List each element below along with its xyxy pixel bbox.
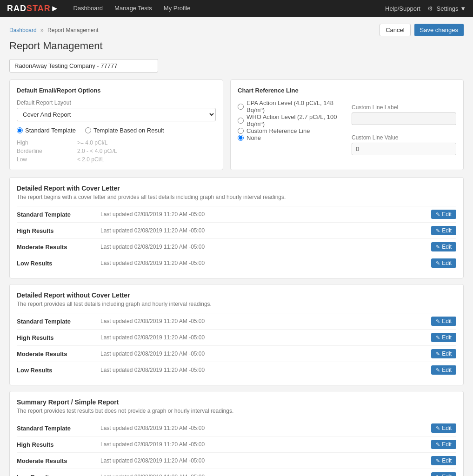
edit-icon: ✎: [436, 228, 440, 234]
epa-radio-row: EPA Action Level (4.0 pCi/L, 148 Bq/m³): [238, 99, 342, 113]
section-title-detailed-with-cover: Detailed Report with Cover Letter: [17, 185, 456, 192]
edit-button[interactable]: ✎ Edit: [431, 210, 456, 219]
custom-line-value-input[interactable]: [352, 143, 456, 155]
save-changes-button[interactable]: Save changes: [414, 24, 464, 36]
report-row: Moderate Results Last updated 02/08/2019…: [17, 345, 456, 362]
settings-label: Settings: [437, 5, 459, 12]
standard-template-radio[interactable]: [17, 127, 23, 133]
edit-button[interactable]: ✎ Edit: [431, 242, 456, 251]
template-based-label: Template Based on Result: [93, 127, 164, 134]
custom-radio-row: Custom Reference Line: [238, 127, 342, 134]
report-row: High Results Last updated 02/08/2019 11:…: [17, 436, 456, 452]
report-section-detailed-without-cover: Detailed Report without Cover LetterThe …: [9, 284, 464, 385]
edit-label: Edit: [442, 227, 452, 234]
default-email-options-card: Default Email/Report Options Default Rep…: [9, 79, 223, 170]
report-row: Standard Template Last updated 02/08/201…: [17, 313, 456, 329]
chart-reference-card: Chart Reference Line EPA Action Level (4…: [230, 79, 464, 170]
header-buttons: Cancel Save changes: [380, 24, 464, 36]
edit-button[interactable]: ✎ Edit: [431, 365, 456, 375]
default-report-layout-select[interactable]: Cover And Report Report Only Cover Only: [17, 108, 216, 121]
low-value: < 2.0 pCi/L: [77, 156, 216, 163]
template-radio-row: Standard Template Template Based on Resu…: [17, 127, 216, 134]
edit-label: Edit: [442, 474, 452, 476]
report-row-date: Last updated 02/08/2019 11:20 AM -05:00: [100, 244, 431, 250]
custom-line-label-input[interactable]: [352, 112, 456, 125]
nav-manage-tests[interactable]: Manage Tests: [110, 0, 157, 17]
edit-button[interactable]: ✎ Edit: [431, 349, 456, 358]
edit-label: Edit: [442, 334, 452, 341]
report-row-name: Standard Template: [17, 425, 100, 432]
report-row: Moderate Results Last updated 02/08/2019…: [17, 238, 456, 255]
standard-template-radio-label[interactable]: Standard Template: [17, 127, 76, 134]
custom-radio[interactable]: [238, 128, 244, 134]
report-row-date: Last updated 02/08/2019 11:20 AM -05:00: [100, 441, 431, 448]
brand-logo: RADSTAR►: [7, 4, 60, 13]
none-radio-row: None: [238, 134, 342, 141]
who-radio[interactable]: [238, 118, 244, 124]
breadcrumb-separator: »: [40, 27, 44, 33]
template-based-radio-label[interactable]: Template Based on Result: [85, 127, 164, 134]
nav-dashboard[interactable]: Dashboard: [69, 0, 108, 17]
edit-button[interactable]: ✎ Edit: [431, 472, 456, 476]
edit-label: Edit: [442, 367, 452, 373]
breadcrumb: Dashboard » Report Management: [9, 27, 99, 33]
report-row-date: Last updated 02/08/2019 11:20 AM -05:00: [100, 227, 431, 234]
edit-icon: ✎: [436, 318, 440, 324]
report-row-name: Low Results: [17, 260, 100, 267]
report-row-name: High Results: [17, 334, 100, 341]
custom-line-label-label: Custom Line Label: [352, 104, 456, 111]
cancel-button[interactable]: Cancel: [380, 24, 410, 36]
epa-label: EPA Action Level (4.0 pCi/L, 148 Bq/m³): [246, 99, 342, 113]
edit-button[interactable]: ✎ Edit: [431, 258, 456, 268]
report-row-date: Last updated 02/08/2019 11:20 AM -05:00: [100, 211, 431, 218]
high-value: >= 4.0 pCi/L: [77, 139, 216, 146]
high-label: High: [17, 139, 73, 146]
report-row-name: Standard Template: [17, 211, 100, 218]
edit-button[interactable]: ✎ Edit: [431, 456, 456, 465]
report-sections-container: Detailed Report with Cover LetterThe rep…: [9, 177, 464, 476]
edit-icon: ✎: [436, 351, 440, 357]
section-title-detailed-without-cover: Detailed Report without Cover Letter: [17, 291, 456, 299]
none-label: None: [246, 134, 261, 141]
company-input[interactable]: [9, 59, 158, 73]
edit-label: Edit: [442, 211, 452, 218]
edit-button[interactable]: ✎ Edit: [431, 333, 456, 342]
report-row: Moderate Results Last updated 02/08/2019…: [17, 452, 456, 469]
report-row: Low Results Last updated 02/08/2019 11:2…: [17, 469, 456, 476]
report-row-name: Moderate Results: [17, 457, 100, 464]
default-report-layout-label: Default Report Layout: [17, 99, 216, 106]
breadcrumb-current: Report Management: [47, 27, 98, 33]
navbar-links: Dashboard Manage Tests My Profile: [69, 0, 386, 17]
edit-button[interactable]: ✎ Edit: [431, 423, 456, 433]
borderline-label: Borderline: [17, 148, 73, 154]
report-row: High Results Last updated 02/08/2019 11:…: [17, 222, 456, 238]
report-row-date: Last updated 02/08/2019 11:20 AM -05:00: [100, 334, 431, 341]
who-label: WHO Action Level (2.7 pCi/L, 100 Bq/m³): [246, 113, 342, 127]
edit-label: Edit: [442, 318, 452, 324]
section-desc-detailed-with-cover: The report begins with a cover letter an…: [17, 194, 456, 200]
report-section-summary-report: Summary Report / Simple ReportThe report…: [9, 391, 464, 476]
options-row: Default Email/Report Options Default Rep…: [9, 79, 464, 170]
report-row: Low Results Last updated 02/08/2019 11:2…: [17, 362, 456, 378]
section-title-summary-report: Summary Report / Simple Report: [17, 398, 456, 406]
report-row-name: Low Results: [17, 367, 100, 374]
edit-icon: ✎: [436, 212, 440, 218]
edit-button[interactable]: ✎ Edit: [431, 317, 456, 326]
nav-my-profile[interactable]: My Profile: [159, 0, 195, 17]
none-radio[interactable]: [238, 135, 244, 141]
breadcrumb-parent[interactable]: Dashboard: [9, 27, 37, 33]
template-based-radio[interactable]: [85, 127, 91, 133]
edit-button[interactable]: ✎ Edit: [431, 440, 456, 449]
edit-button[interactable]: ✎ Edit: [431, 226, 456, 235]
report-row-name: Moderate Results: [17, 350, 100, 357]
navbar: RADSTAR► Dashboard Manage Tests My Profi…: [0, 0, 473, 17]
help-support-link[interactable]: Help/Support: [385, 5, 420, 12]
epa-radio[interactable]: [238, 104, 244, 110]
report-row-date: Last updated 02/08/2019 11:20 AM -05:00: [100, 474, 431, 476]
settings-link[interactable]: ⚙ Settings ▼: [427, 5, 466, 12]
gear-icon: ⚙: [427, 5, 433, 12]
edit-label: Edit: [442, 350, 452, 357]
edit-icon: ✎: [436, 260, 440, 266]
edit-icon: ✎: [436, 425, 440, 431]
who-radio-row: WHO Action Level (2.7 pCi/L, 100 Bq/m³): [238, 113, 342, 127]
